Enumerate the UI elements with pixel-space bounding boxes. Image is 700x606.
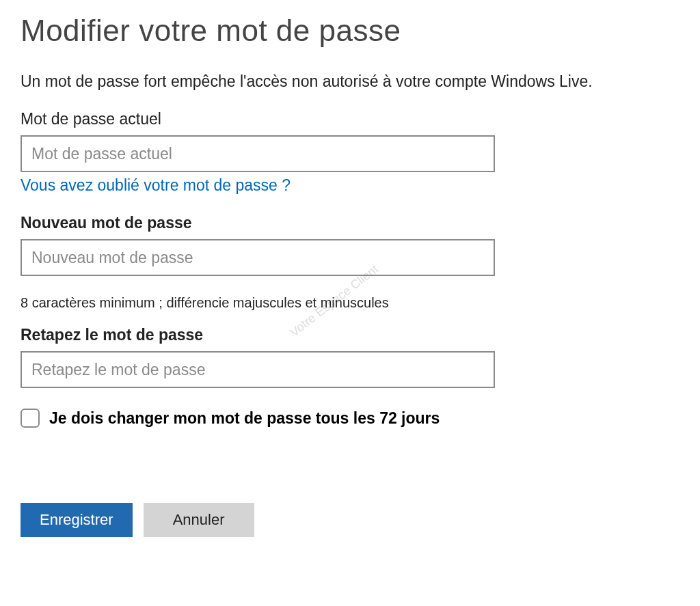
cancel-button[interactable]: Annuler: [144, 503, 254, 537]
retype-password-input[interactable]: [21, 351, 495, 388]
new-password-input[interactable]: [21, 239, 495, 276]
save-button[interactable]: Enregistrer: [21, 503, 133, 537]
current-password-label: Mot de passe actuel: [21, 110, 679, 128]
new-password-group: Nouveau mot de passe: [21, 214, 679, 276]
current-password-input[interactable]: [21, 135, 495, 172]
forgot-password-link[interactable]: Vous avez oublié votre mot de passe ?: [21, 176, 291, 195]
button-row: Enregistrer Annuler: [21, 503, 679, 537]
expire-checkbox-label: Je dois changer mon mot de passe tous le…: [49, 409, 440, 428]
expire-checkbox[interactable]: [21, 409, 40, 428]
password-hint: 8 caractères minimum ; différencie majus…: [21, 295, 679, 311]
retype-password-label: Retapez le mot de passe: [21, 326, 679, 344]
current-password-group: Mot de passe actuel Vous avez oublié vot…: [21, 110, 679, 195]
retype-password-group: Retapez le mot de passe: [21, 326, 679, 388]
expire-checkbox-row: Je dois changer mon mot de passe tous le…: [21, 409, 679, 428]
page-title: Modifier votre mot de passe: [21, 14, 679, 48]
description-text: Un mot de passe fort empêche l'accès non…: [21, 72, 679, 91]
new-password-label: Nouveau mot de passe: [21, 214, 679, 232]
